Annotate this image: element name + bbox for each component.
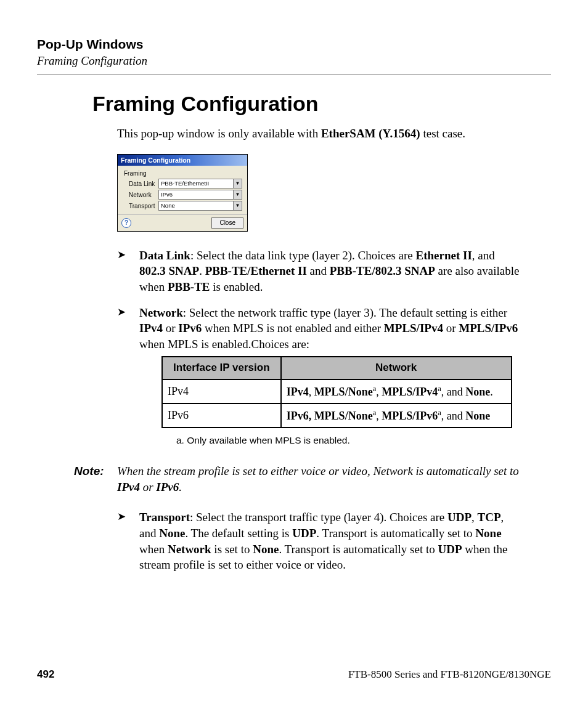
dialog-footer: ? Close (118, 214, 247, 231)
th-network: Network (281, 357, 512, 379)
text: . Transport is automatically set to (316, 527, 475, 540)
cell-ipv6-net: IPv6, MPLS/Nonea, MPLS/IPv6a, and None (281, 404, 512, 428)
running-subtitle: Framing Configuration (37, 54, 551, 68)
intro-text-2: test case. (420, 127, 465, 140)
table-footnote: a. Only available when MPLS is enabled. (176, 434, 520, 447)
text: , and (441, 410, 466, 422)
bullet-transport: Transport: Select the transport traffic … (117, 509, 520, 573)
text: . (179, 481, 182, 493)
term: IPv4 (287, 386, 309, 398)
term: UDP (292, 527, 316, 540)
term: IPv6 (178, 322, 202, 335)
field-row-transport: Transport None ▼ (129, 201, 242, 211)
transport-combo[interactable]: None ▼ (158, 201, 242, 211)
term: None (465, 410, 490, 422)
note-text: When the stream profile is set to either… (117, 463, 520, 495)
table-row: IPv6 IPv6, MPLS/Nonea, MPLS/IPv6a, and N… (162, 404, 512, 428)
text: , (376, 410, 382, 422)
intro-bold: EtherSAM (Y.1564) (321, 127, 420, 140)
text: , and (441, 386, 466, 398)
term: IPv4 (117, 481, 140, 493)
text: , and (472, 249, 495, 262)
term: 802.3 SNAP (139, 264, 199, 277)
text: . Transport is automatically set to (279, 543, 438, 556)
term: Network (139, 306, 183, 319)
cell-ipv6: IPv6 (162, 404, 281, 428)
running-title: Pop-Up Windows (37, 37, 551, 52)
term: MPLS/IPv4 (384, 322, 443, 335)
term: None (253, 543, 279, 556)
chevron-down-icon[interactable]: ▼ (233, 190, 242, 199)
text: : Select the data link type (layer 2). C… (190, 249, 416, 262)
text: , (376, 386, 382, 398)
term: PBB-TE (168, 280, 210, 293)
text: When the stream profile is set to either… (117, 465, 519, 477)
term: UDP (447, 511, 472, 524)
page-footer: 492 FTB-8500 Series and FTB-8120NGE/8130… (37, 668, 551, 681)
term: PBB-TE/802.3 SNAP (330, 264, 435, 277)
term: MPLS/IPv6 (382, 410, 438, 422)
text: is enabled. (210, 280, 263, 293)
term: UDP (438, 543, 462, 556)
doc-title: FTB-8500 Series and FTB-8120NGE/8130NGE (348, 668, 551, 681)
text: when (139, 543, 168, 556)
term: None (159, 527, 185, 540)
intro-text: This pop-up window is only available wit… (117, 127, 321, 140)
chevron-down-icon[interactable]: ▼ (233, 179, 242, 188)
datalink-combo[interactable]: PBB-TE/EthernetII ▼ (158, 179, 242, 189)
intro-paragraph: This pop-up window is only available wit… (117, 126, 520, 142)
header-rule (37, 74, 551, 75)
network-table: Interface IP version Network IPv4 IPv4, … (161, 356, 512, 429)
th-interface: Interface IP version (162, 357, 281, 379)
cell-ipv4: IPv4 (162, 379, 281, 404)
term: None (475, 527, 501, 540)
text: . (199, 264, 205, 277)
section-heading: Framing Configuration (92, 92, 551, 116)
text: . (490, 386, 493, 398)
term: IPv6, MPLS/None (287, 410, 373, 422)
text: : Select the transport traffic type (lay… (190, 511, 447, 524)
note-block: Note: When the stream profile is set to … (117, 463, 520, 495)
dialog-title: Framing Configuration (118, 155, 247, 166)
text: when MPLS is enabled.Choices are: (139, 338, 309, 351)
combo-value: IPv6 (161, 191, 173, 199)
term: Data Link (139, 249, 190, 262)
close-button[interactable]: Close (211, 217, 243, 229)
bullet-datalink: Data Link: Select the data link type (la… (117, 248, 520, 295)
cell-ipv4-net: IPv4, MPLS/Nonea, MPLS/IPv4a, and None. (281, 379, 512, 404)
term: None (465, 386, 490, 398)
field-label: Transport (129, 202, 158, 211)
dialog-group-label: Framing (124, 169, 242, 178)
term: PBB-TE/Ethernet II (205, 264, 307, 277)
framing-dialog: Framing Configuration Framing Data Link … (117, 154, 248, 232)
chevron-down-icon[interactable]: ▼ (233, 201, 242, 210)
term: MPLS/IPv6 (459, 322, 518, 335)
bullet-network: Network: Select the network traffic type… (117, 305, 520, 447)
text: or (140, 481, 156, 493)
term: Network (168, 543, 211, 556)
term: MPLS/None (314, 386, 373, 398)
text: . The default setting is (185, 527, 292, 540)
combo-value: PBB-TE/EthernetII (161, 180, 209, 188)
note-label: Note: (74, 463, 117, 495)
term: Transport (139, 511, 190, 524)
page-number: 492 (37, 668, 54, 681)
help-icon[interactable]: ? (121, 218, 131, 228)
term: MPLS/IPv4 (382, 386, 438, 398)
field-row-datalink: Data Link PBB-TE/EthernetII ▼ (129, 179, 242, 189)
field-row-network: Network IPv6 ▼ (129, 190, 242, 200)
term: TCP (478, 511, 501, 524)
field-label: Network (129, 191, 158, 200)
text: : Select the network traffic type (layer… (183, 306, 507, 319)
network-combo[interactable]: IPv6 ▼ (158, 190, 242, 200)
field-label: Data Link (129, 180, 158, 189)
table-row: IPv4 IPv4, MPLS/Nonea, MPLS/IPv4a, and N… (162, 379, 512, 404)
text: is set to (211, 543, 253, 556)
term: IPv4 (139, 322, 163, 335)
text: , (472, 511, 478, 524)
combo-value: None (161, 202, 175, 210)
text: or (443, 322, 459, 335)
text: and (307, 264, 330, 277)
dialog-body: Framing Data Link PBB-TE/EthernetII ▼ Ne… (118, 166, 247, 215)
text: , (309, 386, 314, 398)
